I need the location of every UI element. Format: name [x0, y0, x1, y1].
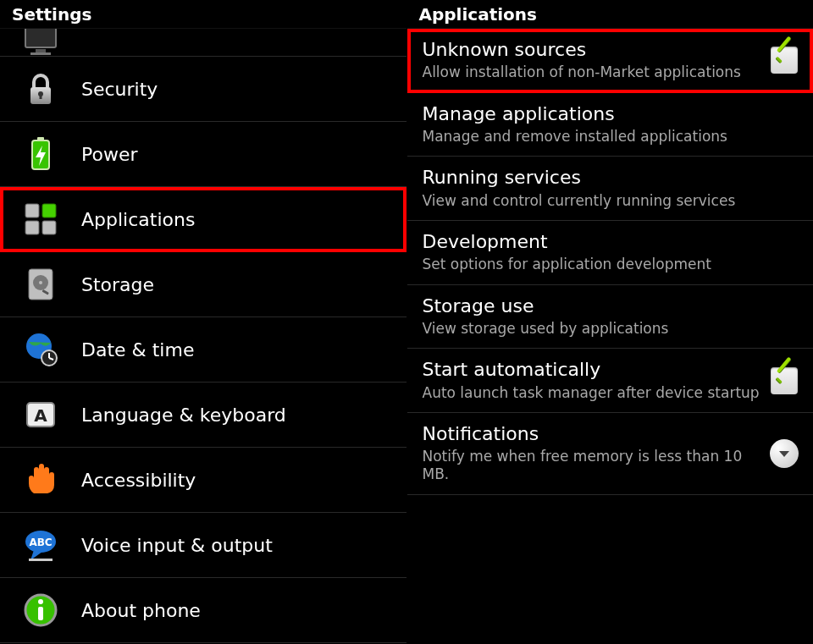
chevron-down-icon[interactable]: [770, 439, 799, 468]
item-title: Development: [423, 231, 802, 253]
checkbox-checked-icon[interactable]: [771, 47, 798, 74]
settings-header: Settings: [0, 0, 406, 29]
svg-rect-5: [40, 94, 42, 99]
list-item-security[interactable]: Security: [0, 57, 406, 122]
svg-rect-10: [42, 204, 56, 217]
item-label: Date & time: [81, 339, 194, 361]
list-item-language-keyboard[interactable]: A Language & keyboard: [0, 383, 406, 448]
item-label: Voice input & output: [81, 535, 273, 556]
list-item-manage-applications[interactable]: Manage applications Manage and remove in…: [407, 93, 814, 157]
list-item-about-phone[interactable]: About phone: [0, 578, 406, 643]
svg-point-15: [39, 281, 42, 284]
list-item-unknown-sources[interactable]: Unknown sources Allow installation of no…: [407, 29, 814, 93]
settings-list: Security Power Applications: [0, 29, 406, 644]
item-label: Accessibility: [81, 470, 196, 491]
applications-header: Applications: [407, 0, 814, 29]
item-subtitle: View and control currently running servi…: [423, 192, 802, 210]
item-label: About phone: [81, 600, 201, 621]
item-title: Manage applications: [423, 103, 802, 125]
item-label: Language & keyboard: [81, 405, 286, 426]
applications-screen: Applications Unknown sources Allow insta…: [406, 0, 814, 644]
lock-icon: [15, 63, 66, 114]
item-subtitle: Auto launch task manager after device st…: [423, 384, 768, 402]
info-icon: [15, 585, 66, 636]
list-item-power[interactable]: Power: [0, 122, 406, 187]
list-item-voice[interactable]: ABC Voice input & output: [0, 513, 406, 578]
svg-text:ABC: ABC: [29, 537, 52, 548]
list-item-start-automatically[interactable]: Start automatically Auto launch task man…: [407, 349, 814, 413]
list-item-storage[interactable]: Storage: [0, 252, 406, 317]
item-title: Storage use: [423, 295, 802, 317]
svg-rect-9: [25, 204, 39, 217]
item-subtitle: Set options for application development: [423, 256, 802, 273]
list-item[interactable]: [0, 29, 406, 57]
list-item-applications[interactable]: Applications: [0, 187, 406, 252]
item-subtitle: Manage and remove installed applications: [423, 128, 802, 146]
hand-icon: [15, 454, 66, 505]
applications-list: Unknown sources Allow installation of no…: [407, 29, 814, 644]
date-time-icon: [15, 324, 66, 375]
display-icon: [15, 29, 66, 68]
list-item-date-time[interactable]: Date & time: [0, 317, 406, 383]
svg-point-28: [38, 599, 43, 604]
list-item-development[interactable]: Development Set options for application …: [407, 221, 814, 285]
speech-bubble-icon: ABC: [15, 520, 66, 570]
battery-icon: [15, 129, 66, 179]
list-item-storage-use[interactable]: Storage use View storage used by applica…: [407, 285, 814, 350]
list-item-accessibility[interactable]: Accessibility: [0, 448, 406, 513]
item-subtitle: Notify me when free memory is less than …: [423, 448, 768, 484]
checkbox-checked-icon[interactable]: [771, 367, 798, 394]
svg-rect-2: [30, 52, 51, 55]
storage-icon: [15, 259, 66, 310]
svg-rect-29: [38, 607, 43, 620]
item-label: Power: [81, 144, 138, 165]
item-title: Running services: [423, 167, 802, 189]
svg-rect-26: [29, 559, 53, 561]
svg-rect-0: [25, 29, 56, 47]
list-item-running-services[interactable]: Running services View and control curren…: [407, 157, 814, 221]
keyboard-icon: A: [15, 389, 66, 440]
item-subtitle: Allow installation of non-Market applica…: [423, 63, 768, 81]
item-label: Security: [81, 79, 158, 100]
applications-icon: [15, 194, 66, 245]
item-title: Start automatically: [423, 359, 768, 381]
svg-text:A: A: [34, 405, 47, 426]
list-item-notifications[interactable]: Notifications Notify me when free memory…: [407, 413, 814, 495]
item-label: Storage: [81, 274, 154, 295]
svg-marker-30: [779, 451, 789, 457]
item-subtitle: View storage used by applications: [423, 320, 802, 338]
item-label: Applications: [81, 209, 195, 230]
item-title: Notifications: [423, 423, 768, 445]
item-title: Unknown sources: [423, 39, 768, 61]
svg-rect-1: [36, 49, 46, 52]
svg-rect-12: [42, 221, 56, 234]
svg-rect-7: [37, 137, 44, 141]
svg-rect-11: [25, 221, 39, 234]
settings-screen: Settings Security Power: [0, 0, 406, 644]
